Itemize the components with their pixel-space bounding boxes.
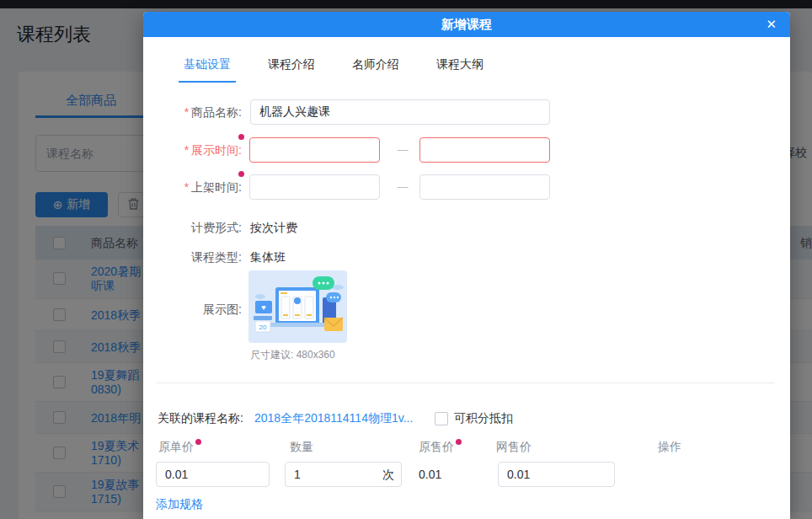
tab-basic-settings[interactable]: 基础设置 xyxy=(179,57,236,83)
display-time-end-input[interactable] xyxy=(419,137,550,163)
course-type-row: 课程类型: 集体班 xyxy=(143,249,790,265)
course-type-value: 集体班 xyxy=(250,249,286,265)
modal-title: 新增课程 xyxy=(143,12,790,37)
display-time-label: *展示时间: xyxy=(143,137,242,163)
section-divider xyxy=(156,383,775,383)
required-mark: * xyxy=(184,180,189,194)
add-course-modal: 新增课程 ✕ 基础设置 课程介绍 名师介绍 课程大纲 *商品名称: *展示时间:… xyxy=(143,12,790,519)
product-name-label: *商品名称: xyxy=(143,99,242,125)
tab-course-intro[interactable]: 课程介绍 xyxy=(263,57,320,83)
original-price-header: 原售价 xyxy=(419,440,460,455)
original-price-value: 0.01 xyxy=(419,462,441,487)
required-dot xyxy=(238,134,244,140)
required-dot xyxy=(456,439,462,445)
svg-text:♥: ♥ xyxy=(261,303,265,312)
image-size-hint: 尺寸建议: 480x360 xyxy=(250,348,335,362)
related-course-row: 关联的课程名称: 2018全年2018114114物理1v... 可积分抵扣 xyxy=(143,411,790,428)
display-image-label-row: 展示图: xyxy=(143,301,790,318)
modal-tab-bar: 基础设置 课程介绍 名师介绍 课程大纲 xyxy=(179,57,489,83)
tab-teacher-intro[interactable]: 名师介绍 xyxy=(347,57,404,83)
pricing-input-row: 次 0.01 xyxy=(143,462,790,487)
close-icon[interactable]: ✕ xyxy=(766,12,777,37)
points-deduct-label: 可积分抵扣 xyxy=(454,411,513,426)
unit-price-header: 原单价 xyxy=(158,440,200,455)
net-price-input[interactable] xyxy=(498,462,615,487)
shelf-time-start-input[interactable] xyxy=(249,174,380,200)
shelf-time-label: *上架时间: xyxy=(143,174,242,200)
billing-value: 按次计费 xyxy=(250,219,297,236)
add-spec-link[interactable]: 添加规格 xyxy=(156,497,203,512)
product-name-row: *商品名称: xyxy=(143,99,790,125)
course-type-label: 课程类型: xyxy=(143,249,242,265)
display-image-label: 展示图: xyxy=(143,301,242,318)
range-dash: — xyxy=(390,137,415,163)
modal-header: 新增课程 ✕ xyxy=(143,12,790,37)
related-course-label: 关联的课程名称: xyxy=(158,411,243,426)
billing-label: 计费形式: xyxy=(143,219,242,236)
quantity-header: 数量 xyxy=(290,440,313,455)
display-image-thumbnail[interactable]: ♥ 20 xyxy=(248,270,347,343)
screen: 课程列表 全部商品 ⊕ 新增 商品名称 销 xyxy=(0,0,812,519)
points-deduct-checkbox[interactable] xyxy=(435,412,448,425)
image-badge-20: 20 xyxy=(259,324,267,331)
product-name-input[interactable] xyxy=(250,99,550,125)
shelf-time-row: *上架时间: — xyxy=(143,174,790,200)
required-mark: * xyxy=(184,105,189,119)
required-dot xyxy=(195,439,201,445)
display-time-start-input[interactable] xyxy=(249,137,380,163)
shelf-time-end-input[interactable] xyxy=(419,174,550,200)
unit-price-input[interactable] xyxy=(156,462,270,487)
quantity-field: 次 xyxy=(285,462,402,487)
tab-course-outline[interactable]: 课程大纲 xyxy=(431,57,489,83)
net-price-header: 网售价 xyxy=(496,440,532,455)
range-dash: — xyxy=(390,174,415,200)
billing-row: 计费形式: 按次计费 xyxy=(143,219,790,236)
display-time-row: *展示时间: — xyxy=(143,137,790,163)
required-mark: * xyxy=(184,143,189,157)
related-course-link[interactable]: 2018全年2018114114物理1v... xyxy=(254,411,413,426)
quantity-unit-label: 次 xyxy=(382,462,394,487)
required-dot xyxy=(238,171,244,177)
actions-header: 操作 xyxy=(658,440,681,455)
